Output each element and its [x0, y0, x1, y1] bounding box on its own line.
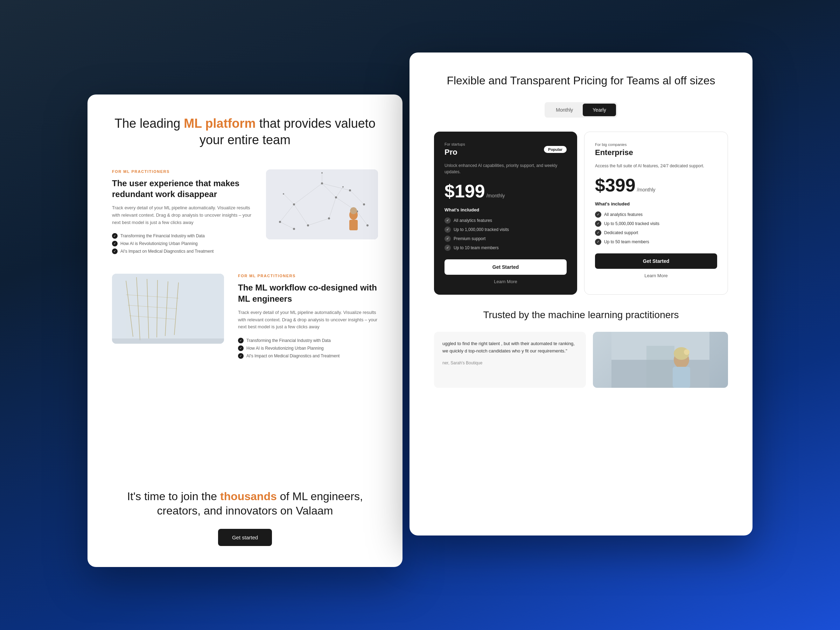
pro-tier-label: For startups	[445, 142, 465, 146]
list-item: Transforming the Financial Industry with…	[238, 338, 378, 343]
testimonial-row: uggled to find the right talent , but wi…	[434, 332, 728, 388]
pro-feature-item: Up to 1,000,000 tracked visits	[445, 226, 567, 233]
svg-point-49	[684, 349, 690, 355]
bottom-cta-title: It's time to join the thousands of ML en…	[112, 489, 378, 518]
pro-get-started-button[interactable]: Get Started	[445, 259, 567, 275]
svg-rect-42	[112, 338, 224, 344]
enterprise-whats-included-label: What's included	[595, 201, 717, 207]
pro-price: $199	[445, 182, 485, 200]
svg-point-31	[350, 207, 357, 214]
enterprise-feature-item: All analytics features	[595, 212, 717, 218]
pricing-title: Flexible and Transparent Pricing for Tea…	[434, 74, 728, 88]
enterprise-feature-item: Up to 5,000,000 tracked visits	[595, 221, 717, 227]
bottom-cta: It's time to join the thousands of ML en…	[112, 489, 378, 546]
feature-list-1: Transforming the Financial Industry with…	[112, 233, 252, 254]
pricing-cards: For startups Pro Popular Unlock enhanced…	[434, 132, 728, 295]
list-item: AI's Impact on Medical Diagnostics and T…	[238, 353, 378, 359]
enterprise-feature-list: All analytics features Up to 5,000,000 t…	[595, 212, 717, 245]
feature-title-1: The user experience that makes redundant…	[112, 178, 252, 199]
enterprise-feature-item: Up to 50 team members	[595, 239, 717, 245]
scene: The leading ML platform that provides va…	[87, 52, 753, 578]
enterprise-card-title-group: For big companies Enterprise	[595, 142, 633, 157]
enterprise-get-started-button[interactable]: Get Started	[595, 253, 717, 269]
left-card: The leading ML platform that provides va…	[87, 95, 403, 567]
list-item: How AI is Revolutionizing Urban Planning	[238, 346, 378, 351]
svg-point-19	[307, 224, 309, 226]
testimonial-text: uggled to find the right talent , but wi…	[442, 340, 578, 355]
svg-point-28	[342, 186, 344, 188]
feature-text-1: FOR ML PRACTITIONERS The user experience…	[112, 169, 252, 257]
cta-prefix: It's time to join the	[127, 490, 220, 503]
pro-tier-name: Pro	[445, 148, 458, 156]
enterprise-price-period: /monthly	[637, 187, 655, 193]
feature-section-2: FOR ML PRACTITIONERS The ML workflow co-…	[112, 274, 378, 361]
feature-label-1: FOR ML PRACTITIONERS	[112, 169, 252, 174]
pro-card-title-group: For startups Pro	[445, 142, 465, 157]
svg-point-18	[349, 189, 351, 191]
hero-highlight: ML platform	[184, 116, 256, 131]
feature-image-1	[266, 169, 378, 239]
testimonial-author: ner, Sarah's Boutique	[442, 360, 578, 365]
enterprise-feature-item: Dedicated support	[595, 230, 717, 236]
pro-card-desc: Unlock enhanced AI capabilities, priorit…	[445, 163, 567, 175]
enterprise-learn-more-button[interactable]: Learn More	[595, 273, 717, 278]
pro-learn-more-button[interactable]: Learn More	[445, 279, 567, 284]
svg-rect-45	[646, 346, 674, 388]
pro-card-header: For startups Pro Popular	[445, 142, 567, 157]
testimonial-card: uggled to find the right talent , but wi…	[434, 332, 586, 388]
feature-desc-2: Track every detail of your ML pipeline a…	[238, 309, 378, 331]
svg-point-26	[321, 172, 323, 174]
feature-desc-1: Track every detail of your ML pipeline a…	[112, 204, 252, 226]
enterprise-card-desc: Access the full suite of AI features, 24…	[595, 163, 717, 169]
feature-image-2	[112, 274, 224, 344]
svg-point-23	[363, 203, 365, 205]
enterprise-pricing-card: For big companies Enterprise Access the …	[584, 132, 728, 295]
svg-point-20	[279, 221, 281, 223]
pro-whats-included-label: What's included	[445, 207, 567, 212]
enterprise-tier-name: Enterprise	[595, 148, 633, 157]
list-item: AI's Impact on Medical Diagnostics and T…	[112, 248, 252, 254]
pro-feature-item: Up to 10 team members	[445, 245, 567, 251]
svg-point-27	[283, 193, 284, 194]
pro-pricing-card: For startups Pro Popular Unlock enhanced…	[434, 132, 577, 295]
testimonial-image	[593, 332, 728, 388]
billing-toggle: Monthly Yearly	[545, 102, 617, 118]
yearly-toggle-button[interactable]: Yearly	[583, 104, 616, 116]
svg-point-24	[293, 228, 295, 230]
enterprise-card-header: For big companies Enterprise	[595, 142, 717, 157]
hero-prefix: The leading	[114, 116, 184, 131]
pro-feature-list: All analytics features Up to 1,000,000 t…	[445, 217, 567, 251]
get-started-button[interactable]: Get started	[218, 529, 272, 546]
enterprise-price-row: $399 /monthly	[595, 176, 717, 194]
list-item: How AI is Revolutionizing Urban Planning	[112, 241, 252, 246]
feature-text-2: FOR ML PRACTITIONERS The ML workflow co-…	[238, 274, 378, 361]
hero-title: The leading ML platform that provides va…	[112, 115, 378, 148]
list-item: Transforming the Financial Industry with…	[112, 233, 252, 239]
svg-point-22	[328, 217, 330, 219]
pro-feature-item: All analytics features	[445, 217, 567, 224]
feature-title-2: The ML workflow co-designed with ML engi…	[238, 282, 378, 304]
svg-point-16	[293, 203, 295, 205]
trusted-title: Trusted by the machine learning practiti…	[434, 309, 728, 321]
popular-badge: Popular	[544, 146, 567, 153]
svg-rect-47	[673, 367, 690, 388]
monthly-toggle-button[interactable]: Monthly	[546, 104, 583, 116]
cta-highlight: thousands	[220, 490, 277, 503]
enterprise-tier-label: For big companies	[595, 142, 633, 147]
svg-point-17	[335, 196, 337, 199]
svg-point-25	[366, 224, 369, 226]
svg-point-15	[321, 182, 323, 185]
feature-list-2: Transforming the Financial Industry with…	[238, 338, 378, 359]
enterprise-price: $399	[595, 176, 636, 194]
feature-section-1: FOR ML PRACTITIONERS The user experience…	[112, 169, 378, 257]
pro-price-period: /monthly	[486, 193, 505, 199]
right-card: Flexible and Transparent Pricing for Tea…	[409, 52, 753, 535]
feature-label-2: FOR ML PRACTITIONERS	[238, 274, 378, 278]
pro-feature-item: Premium support	[445, 235, 567, 242]
svg-rect-30	[349, 220, 358, 230]
trusted-section: Trusted by the machine learning practiti…	[434, 309, 728, 388]
pro-price-row: $199 /monthly	[445, 182, 567, 200]
